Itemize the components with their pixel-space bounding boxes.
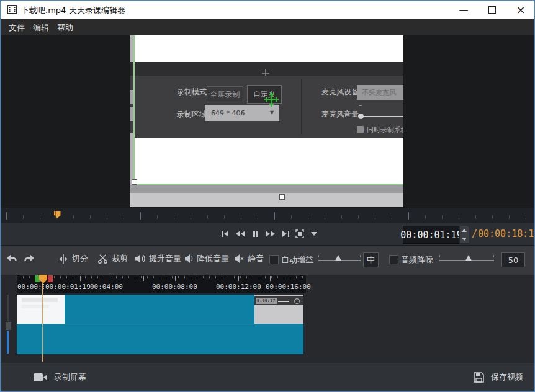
auto-gain-label: 自动增益 [281,254,313,265]
seek-ticks-major [6,212,531,220]
rewind-button[interactable] [233,227,247,241]
edit-toolbar: 切分 裁剪 提升音量 降低音量 静音 自动增益 [0,245,535,275]
record-screen-button[interactable]: 录制屏幕 [34,372,86,383]
mic-volume-slider[interactable] [358,111,403,121]
region-border-left [133,35,135,185]
trim-in-marker[interactable] [35,275,40,282]
menu-help[interactable]: 帮助 [55,22,76,34]
auto-gain-value: 中 [363,252,379,267]
skip-end-button[interactable] [279,227,292,241]
mic-device-dropdown[interactable]: 不采麦克风 [357,85,403,100]
captured-taskbar [130,193,403,207]
title-bar: 下载吧.mp4-天天录课编辑器 — × [0,0,535,19]
region-handle-bottom-center[interactable] [279,194,285,200]
ruler-label: 00:04:00 [90,283,123,291]
selection-stop-icon [295,229,304,238]
record-region-value: 649 * 406 [211,109,245,117]
ruler-label: 00:00:08:00 [152,283,197,291]
captured-white-bottom [135,138,403,184]
maximize-button[interactable] [478,0,506,19]
mic-volume-track [361,116,403,117]
ruler-ticks-major [17,276,306,281]
undo-button[interactable] [6,254,17,265]
pause-icon [253,230,259,238]
timeline-area: 00:00:0 00:00:01:19 00:04:00 00:00:08:00… [0,275,535,363]
captured-white-top [135,35,403,62]
system-sound-label: 同时录制系统声音 [367,125,403,135]
menu-edit[interactable]: 编辑 [30,22,52,34]
slider-tick [360,255,361,257]
mic-volume-minus: – [359,101,362,109]
thumbnail-header-line [278,301,289,302]
pause-button[interactable] [249,227,263,241]
region-handle-bottom-left[interactable] [132,179,137,185]
record-mode-label: 录制模式 [177,87,207,97]
video-track[interactable]: 0:00:17 [17,295,303,324]
zoom-slider-handle[interactable] [5,321,12,331]
maximize-icon [488,6,496,14]
minimize-button[interactable]: — [449,0,478,19]
clip-thumbnail-2[interactable]: 0:00:17 [254,295,303,324]
trim-button[interactable]: 裁剪 [98,253,128,264]
fullscreen-record-button[interactable]: 全屏录制 [207,86,243,102]
save-video-button[interactable]: 保存视频 [474,372,523,383]
mic-volume-label: 麦克风音量 [321,109,359,120]
record-region-dropdown[interactable]: 649 * 406 ▼ [205,105,279,121]
rewind-icon [236,230,245,238]
selection-stop-button[interactable] [293,227,307,241]
auto-gain-checkbox[interactable] [269,255,279,264]
skip-end-icon [282,230,290,238]
slider-tick [493,255,494,257]
clip-thumbnail-1[interactable] [17,295,65,324]
skip-start-icon [221,230,229,238]
fast-forward-button[interactable] [263,227,277,241]
captured-gray-bar [130,185,403,193]
thumbnail-header-bar: 0:00:17 [254,296,303,305]
scissors-icon [98,254,107,264]
clip-time-badge: 0:00:17 [256,298,277,304]
mute-button[interactable]: 静音 [235,253,264,264]
video-preview-area: 录制模式 全屏录制 自定义 录制区域 649 * 406 ▼ 麦克风设备 不采麦… [0,35,535,208]
video-preview-frame[interactable]: 录制模式 全屏录制 自定义 录制区域 649 * 406 ▼ 麦克风设备 不采麦… [130,35,403,207]
track-zoom-slider[interactable] [4,295,12,354]
minimize-icon: — [459,4,469,16]
volume-up-button[interactable]: 提升音量 [135,253,181,264]
redo-icon [24,254,35,263]
split-icon [59,254,68,264]
spinner-up-icon[interactable] [462,229,467,232]
volume-down-button[interactable]: 降低音量 [185,253,229,264]
spinner-down-icon[interactable] [462,238,467,241]
current-time-display[interactable]: 00:00:01:19 [403,226,460,244]
denoise-handle[interactable] [465,255,472,261]
denoise-checkbox[interactable] [389,255,398,264]
playhead-line[interactable] [42,283,43,362]
mic-volume-handle[interactable] [358,114,364,119]
split-button[interactable]: 切分 [59,253,88,264]
volume-down-icon [185,254,193,263]
transport-more-button[interactable] [307,227,321,241]
auto-gain-slider[interactable] [318,252,361,266]
denoise-slider[interactable] [439,252,494,266]
close-button[interactable]: × [506,0,535,19]
redo-button[interactable] [24,254,35,265]
audio-track[interactable] [17,324,303,354]
mute-icon [235,254,244,263]
ruler-label: 00:00:12:00 [216,283,261,291]
footer-bar: 录制屏幕 保存视频 [0,363,535,392]
time-spinner[interactable] [459,226,469,244]
menu-file[interactable]: 文件 [6,22,27,34]
menu-bar: 文件 编辑 帮助 [0,19,535,35]
denoise-label: 音频降噪 [401,254,433,265]
system-sound-checkbox[interactable] [357,126,364,133]
skip-start-button[interactable] [218,227,232,241]
crosshair-cursor-icon [264,92,279,107]
ruler-label: 00:00:16:00 [266,283,311,291]
trim-out-marker[interactable] [48,275,53,282]
mic-device-value: 不采麦克风 [362,88,396,97]
auto-gain-handle[interactable] [335,255,341,261]
close-icon: × [516,3,525,16]
seek-bar[interactable] [0,208,535,223]
fast-forward-icon [266,230,275,238]
chevron-down-icon: ▼ [270,110,274,115]
slider-tick [439,255,440,257]
